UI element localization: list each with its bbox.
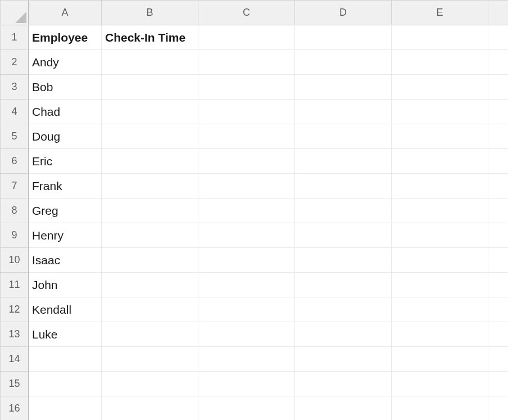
row-head-15[interactable]: 15 [1, 372, 29, 396]
cell-A4[interactable]: Chad [29, 100, 102, 124]
cell-C4[interactable] [198, 100, 295, 124]
cell-E15[interactable] [392, 372, 488, 396]
cell-E11[interactable] [392, 273, 488, 297]
row-head-8[interactable]: 8 [1, 198, 29, 223]
cell-C7[interactable] [198, 174, 295, 198]
cell-A14[interactable] [29, 347, 102, 372]
cell-C2[interactable] [198, 50, 295, 75]
col-head-C[interactable]: C [198, 1, 295, 25]
cell-E8[interactable] [392, 198, 488, 223]
cell-E5[interactable] [392, 124, 488, 149]
cell-B10[interactable] [102, 248, 198, 273]
cell-B4[interactable] [102, 100, 198, 124]
cell-A13[interactable]: Luke [29, 322, 102, 347]
cell-C9[interactable] [198, 223, 295, 248]
cell-A1[interactable]: Employee [29, 25, 102, 50]
cell-C12[interactable] [198, 297, 295, 322]
cell-A8[interactable]: Greg [29, 198, 102, 223]
col-head-E[interactable]: E [392, 1, 488, 25]
cell-E6[interactable] [392, 149, 488, 174]
row-head-2[interactable]: 2 [1, 50, 29, 75]
col-head-B[interactable]: B [102, 1, 198, 25]
cell-E7[interactable] [392, 174, 488, 198]
cell-C10[interactable] [198, 248, 295, 273]
cell-B13[interactable] [102, 322, 198, 347]
row-head-5[interactable]: 5 [1, 124, 29, 149]
cell-B8[interactable] [102, 198, 198, 223]
cell-D12[interactable] [295, 297, 392, 322]
cell-B3[interactable] [102, 75, 198, 100]
cell-E16[interactable] [392, 396, 488, 420]
cell-B11[interactable] [102, 273, 198, 297]
cell-C11[interactable] [198, 273, 295, 297]
cell-C13[interactable] [198, 322, 295, 347]
cell-D1[interactable] [295, 25, 392, 50]
spreadsheet-grid[interactable]: A B C D E 1 Employee Check-In Time 2 And… [0, 0, 508, 420]
cell-A3[interactable]: Bob [29, 75, 102, 100]
cell-B15[interactable] [102, 372, 198, 396]
cell-D14[interactable] [295, 347, 392, 372]
cell-A11[interactable]: John [29, 273, 102, 297]
cell-D5[interactable] [295, 124, 392, 149]
col-head-A[interactable]: A [29, 1, 102, 25]
cell-E1[interactable] [392, 25, 488, 50]
cell-A10[interactable]: Isaac [29, 248, 102, 273]
cell-B14[interactable] [102, 347, 198, 372]
cell-B12[interactable] [102, 297, 198, 322]
row-head-14[interactable]: 14 [1, 347, 29, 372]
cell-B9[interactable] [102, 223, 198, 248]
cell-C5[interactable] [198, 124, 295, 149]
row-head-12[interactable]: 12 [1, 297, 29, 322]
cell-A2[interactable]: Andy [29, 50, 102, 75]
row-head-9[interactable]: 9 [1, 223, 29, 248]
cell-C16[interactable] [198, 396, 295, 420]
cell-D11[interactable] [295, 273, 392, 297]
cell-C8[interactable] [198, 198, 295, 223]
cell-A5[interactable]: Doug [29, 124, 102, 149]
cell-A15[interactable] [29, 372, 102, 396]
cell-A16[interactable] [29, 396, 102, 420]
cell-B6[interactable] [102, 149, 198, 174]
cell-D9[interactable] [295, 223, 392, 248]
cell-E3[interactable] [392, 75, 488, 100]
cell-D15[interactable] [295, 372, 392, 396]
cell-E14[interactable] [392, 347, 488, 372]
cell-A12[interactable]: Kendall [29, 297, 102, 322]
row-head-16[interactable]: 16 [1, 396, 29, 420]
cell-B1[interactable]: Check-In Time [102, 25, 198, 50]
cell-C6[interactable] [198, 149, 295, 174]
cell-E13[interactable] [392, 322, 488, 347]
cell-E10[interactable] [392, 248, 488, 273]
row-head-11[interactable]: 11 [1, 273, 29, 297]
select-all-corner[interactable] [1, 1, 29, 25]
cell-C14[interactable] [198, 347, 295, 372]
cell-D13[interactable] [295, 322, 392, 347]
cell-E9[interactable] [392, 223, 488, 248]
cell-D16[interactable] [295, 396, 392, 420]
row-head-10[interactable]: 10 [1, 248, 29, 273]
cell-D6[interactable] [295, 149, 392, 174]
cell-B16[interactable] [102, 396, 198, 420]
cell-B5[interactable] [102, 124, 198, 149]
row-head-13[interactable]: 13 [1, 322, 29, 347]
cell-E12[interactable] [392, 297, 488, 322]
cell-D10[interactable] [295, 248, 392, 273]
cell-A9[interactable]: Henry [29, 223, 102, 248]
cell-E2[interactable] [392, 50, 488, 75]
cell-A6[interactable]: Eric [29, 149, 102, 174]
cell-E4[interactable] [392, 100, 488, 124]
cell-A7[interactable]: Frank [29, 174, 102, 198]
row-head-7[interactable]: 7 [1, 174, 29, 198]
cell-C1[interactable] [198, 25, 295, 50]
cell-D4[interactable] [295, 100, 392, 124]
cell-D3[interactable] [295, 75, 392, 100]
row-head-1[interactable]: 1 [1, 25, 29, 50]
row-head-3[interactable]: 3 [1, 75, 29, 100]
cell-D2[interactable] [295, 50, 392, 75]
cell-B7[interactable] [102, 174, 198, 198]
row-head-4[interactable]: 4 [1, 100, 29, 124]
cell-C15[interactable] [198, 372, 295, 396]
cell-D7[interactable] [295, 174, 392, 198]
row-head-6[interactable]: 6 [1, 149, 29, 174]
cell-B2[interactable] [102, 50, 198, 75]
